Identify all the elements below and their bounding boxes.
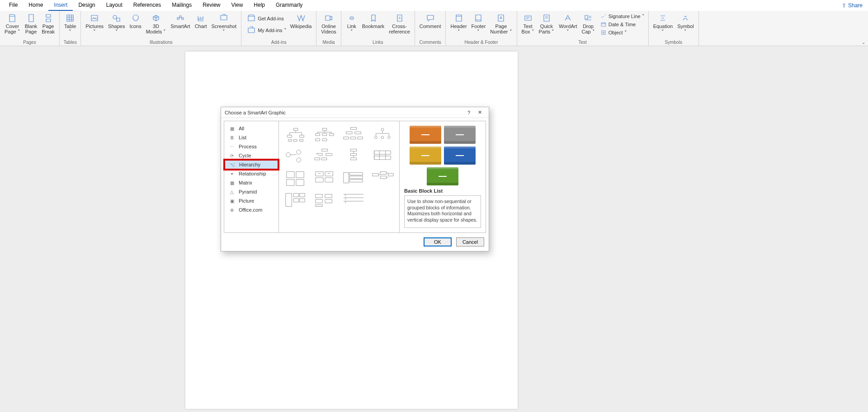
ribbon-myaddins[interactable]: My Add-ins ˅ [246, 25, 287, 36]
ribbon-shapes-button[interactable]: Shapes˅ [106, 12, 127, 35]
ribbon-sym-button[interactable]: Symbol˅ [675, 12, 696, 35]
menu-tab-home[interactable]: Home [23, 0, 48, 11]
share-button[interactable]: ⇪ Share [842, 2, 863, 9]
menu-tab-view[interactable]: View [226, 0, 249, 11]
category-relationship[interactable]: ⚭Relationship [224, 169, 278, 178]
cancel-button[interactable]: Cancel [456, 237, 484, 246]
ribbon-group-comments: CommentComments [415, 11, 446, 46]
layout-thumb-0[interactable] [283, 126, 308, 144]
ribbon-label: Signature Line ˅ [609, 14, 645, 19]
ok-button[interactable]: OK [424, 237, 452, 246]
menu-tab-layout[interactable]: Layout [101, 0, 128, 11]
ribbon-smartart-button[interactable]: SmartArt [169, 12, 192, 30]
category-process[interactable]: ⋯Process [224, 142, 278, 151]
menu-tab-mailings[interactable]: Mailings [166, 0, 197, 11]
all-icon: ▦ [229, 126, 235, 131]
layout-thumb-10[interactable] [341, 169, 366, 187]
ribbon-object[interactable]: Object ˅ [599, 29, 646, 36]
ribbon-icons-button[interactable]: Icons [127, 12, 143, 30]
dialog-help-button[interactable]: ? [463, 110, 474, 115]
category-label: Pyramid [239, 189, 257, 194]
ribbon-label: TextBox ˅ [522, 24, 534, 34]
ribbon-textbox-button[interactable]: TextBox ˅ [520, 12, 536, 35]
wordart-icon [563, 14, 572, 23]
preview-block-1 [444, 126, 476, 144]
ribbon-label: PageBreak [42, 24, 55, 34]
ribbon-header-button[interactable]: Header˅ [448, 12, 468, 35]
ribbon-quickparts-button[interactable]: QuickParts ˅ [537, 12, 557, 35]
category-label: Process [239, 144, 257, 149]
shapes-icon [112, 14, 121, 23]
layout-thumb-6[interactable] [341, 147, 366, 166]
ribbon-table-button[interactable]: Table˅ [62, 12, 78, 35]
category-all[interactable]: ▦All [224, 124, 278, 133]
ribbon-screenshot-button[interactable]: Screenshot˅ [210, 12, 239, 35]
category-matrix[interactable]: ▦Matrix [224, 178, 278, 187]
screenshot-icon [219, 14, 228, 23]
layout-thumb-3[interactable] [370, 126, 395, 144]
ribbon-wordart-button[interactable]: WordArt˅ [557, 12, 579, 35]
sig-icon [600, 13, 607, 19]
video-icon [324, 14, 333, 23]
category-label: Hierarchy [239, 162, 260, 167]
category-pyramid[interactable]: △Pyramid [224, 187, 278, 196]
layout-thumb-5[interactable] [312, 147, 337, 166]
ribbon-break-button[interactable]: PageBreak [40, 12, 57, 35]
ribbon-wiki-button[interactable]: Wikipedia [288, 12, 314, 30]
layout-thumb-8[interactable] [283, 169, 308, 187]
ribbon-cover-button[interactable]: CoverPage ˅ [3, 12, 22, 35]
preview-block-2 [410, 147, 441, 165]
category-hierarchy[interactable]: ⌥Hierarchy [224, 160, 278, 170]
menu-tab-grammarly[interactable]: Grammarly [270, 0, 308, 11]
menu-tab-file[interactable]: File [4, 0, 23, 11]
layout-thumb-1[interactable] [312, 126, 337, 144]
category-cycle[interactable]: ⟳Cycle [224, 151, 278, 160]
ribbon-sig[interactable]: Signature Line ˅ [599, 13, 646, 20]
menu-tab-help[interactable]: Help [248, 0, 270, 11]
ribbon-link-button[interactable]: Link˅ [344, 12, 359, 35]
ribbon-pagenum-button[interactable]: PageNumber ˅ [488, 12, 514, 35]
ribbon-eq-button[interactable]: Equation˅ [651, 12, 675, 35]
layout-thumb-13[interactable] [312, 191, 337, 209]
menu-tab-references[interactable]: References [128, 0, 166, 11]
preview-block-4 [427, 167, 458, 185]
category-picture[interactable]: ▣Picture [224, 196, 278, 205]
dialog-body: ▦All≣List⋯Process⟳Cycle⌥Hierarchy⚭Relati… [224, 121, 486, 233]
pic-icon [90, 14, 99, 23]
dash-icon [456, 134, 464, 135]
menu-tab-insert[interactable]: Insert [48, 0, 73, 11]
menu-tab-design[interactable]: Design [73, 0, 100, 11]
relationship-icon: ⚭ [229, 171, 235, 176]
ribbon-comment-button[interactable]: Comment [418, 12, 443, 30]
ribbon-video-button[interactable]: OnlineVideos [319, 12, 338, 35]
ribbon-datetime[interactable]: Date & Time [599, 21, 646, 28]
ribbon-label: Chart [195, 24, 207, 29]
layout-thumb-11[interactable] [370, 169, 395, 187]
ribbon-footer-button[interactable]: Footer˅ [470, 12, 488, 35]
ribbon-chart-button[interactable]: Chart [193, 12, 209, 30]
dialog-footer: OK Cancel [221, 236, 489, 251]
ribbon-blank-button[interactable]: BlankPage [23, 12, 39, 35]
layout-thumb-9[interactable] [312, 169, 337, 187]
ribbon-3d-button[interactable]: 3DModels ˅ [144, 12, 168, 35]
ribbon-bookmark-button[interactable]: Bookmark [360, 12, 387, 30]
layout-thumb-2[interactable] [341, 126, 366, 144]
ribbon-label: Cross-reference [389, 24, 410, 34]
layout-thumb-7[interactable] [370, 147, 395, 166]
3d-icon [151, 14, 160, 23]
ribbon-xref-button[interactable]: Cross-reference [387, 12, 411, 35]
link-icon [347, 14, 356, 23]
ribbon-collapse-chevron[interactable]: ⌄ [862, 40, 865, 45]
cover-icon [8, 14, 17, 23]
ribbon-store[interactable]: Get Add-ins [246, 13, 287, 24]
layout-thumb-12[interactable] [283, 191, 308, 209]
category-office[interactable]: ⊕Office.com [224, 205, 278, 214]
dialog-close-button[interactable]: ✕ [474, 109, 485, 115]
menu-tab-review[interactable]: Review [197, 0, 226, 11]
category-list[interactable]: ≣List [224, 133, 278, 142]
layout-thumb-4[interactable] [283, 147, 308, 166]
ribbon-dropcap-button[interactable]: DropCap ˅ [580, 12, 596, 35]
layout-thumb-14[interactable] [341, 191, 366, 209]
ribbon-pic-button[interactable]: Pictures˅ [84, 12, 105, 35]
ribbon-insert: CoverPage ˅BlankPagePageBreakPagesTable˅… [0, 11, 868, 46]
